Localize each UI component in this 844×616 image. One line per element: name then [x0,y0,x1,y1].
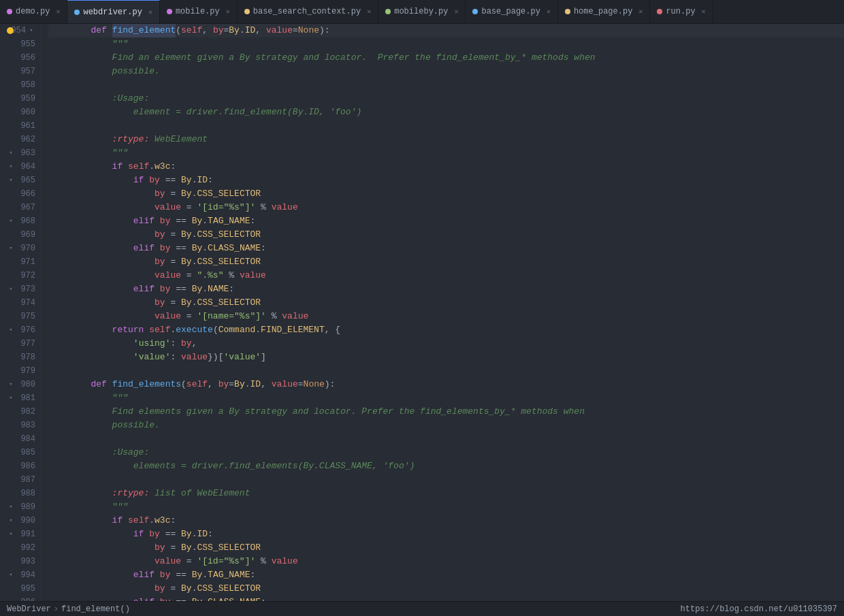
code-line-961 [48,119,844,133]
gutter-992: 992 [5,541,35,555]
gutter-967: 967 [5,201,35,214]
code-line-954: def find_element(self, by=By.ID, value=N… [48,24,844,37]
fold-994[interactable]: ▾ [7,571,15,579]
code-line-956: Find an element given a By strategy and … [48,51,844,65]
code-line-969: by = By.CSS_SELECTOR [48,228,844,242]
status-bar: WebDriver › find_element() https://blog.… [0,601,844,616]
breadcrumb-method[interactable]: find_element() [61,604,130,614]
tab-run-py[interactable]: run.py ✕ [650,0,713,23]
fold-970[interactable]: ▾ [7,244,15,253]
gutter-972: 972 [5,269,35,282]
code-line-976: return self.execute(Command.FIND_ELEMENT… [48,323,844,337]
line-number-gutter: 954 ▾ 955 956 957 958 959 960 961 962 ▾ … [0,24,42,601]
tab-icon-webdriver [74,10,80,15]
code-line-987 [48,473,844,487]
gutter-982: 982 [5,405,35,419]
fold-965[interactable]: ▾ [7,176,15,184]
status-url[interactable]: https://blog.csdn.net/u011035397 [681,604,837,614]
tab-label-base-search: base_search_context.py [253,7,361,16]
gutter-993: 993 [5,555,35,568]
gutter-988: 988 [5,487,35,500]
tab-mobileby[interactable]: mobileby.py ✕ [378,0,466,23]
code-line-965: if by == By.ID: [48,174,844,187]
fold-990[interactable]: ▾ [7,517,15,525]
gutter-968: ▾ 968 [5,214,35,228]
tab-base-search-context[interactable]: base_search_context.py ✕ [238,0,378,23]
gutter-966: 966 [5,187,35,201]
tab-icon-demo [7,9,12,14]
tab-close-mobile[interactable]: ✕ [226,7,230,16]
tab-webdriver-py[interactable]: webdriver.py ✕ [67,0,159,23]
gutter-974: 974 [5,296,35,310]
tab-close-home-page[interactable]: ✕ [638,7,643,16]
code-line-992: by = By.CSS_SELECTOR [48,541,844,555]
code-line-955: """ [48,37,844,51]
code-line-960: element = driver.find_element(By.ID, 'fo… [48,106,844,119]
code-line-963: """ [48,146,844,160]
fold-981[interactable]: ▾ [7,394,15,402]
tab-close-demo[interactable]: ✕ [56,7,60,16]
code-line-980: def find_elements(self, by=By.ID, value=… [48,378,844,391]
fold-963[interactable]: ▾ [7,149,15,157]
gutter-975: 975 [5,310,35,323]
gutter-962: 962 [5,133,35,146]
code-line-958 [48,78,844,92]
gutter-970: ▾ 970 [5,242,35,255]
fold-996[interactable]: ▾ [7,598,15,601]
tab-close-webdriver[interactable]: ✕ [148,8,152,16]
tab-close-run[interactable]: ✕ [702,7,706,16]
gutter-960: 960 [5,106,35,119]
tab-demo-py[interactable]: demo.py ✕ [0,0,67,23]
tab-close-base-search[interactable]: ✕ [367,7,371,16]
tab-label-webdriver: webdriver.py [83,7,142,17]
code-line-977: 'using': by, [48,337,844,351]
tab-icon-home-page [565,9,570,14]
code-line-973: elif by == By.NAME: [48,282,844,296]
code-line-962: :rtype: WebElement [48,133,844,146]
tab-bar: demo.py ✕ webdriver.py ✕ mobile.py ✕ bas… [0,0,844,24]
fold-991[interactable]: ▾ [7,530,15,538]
gutter-961: 961 [5,119,35,133]
fold-976[interactable]: ▾ [7,326,15,334]
gutter-995: 995 [5,582,35,596]
tab-mobile-py[interactable]: mobile.py ✕ [160,0,238,23]
code-line-990: if self.w3c: [48,514,844,528]
code-line-983: possible. [48,419,844,432]
breadcrumb-separator: › [54,604,59,614]
code-line-984 [48,432,844,446]
gutter-983: 983 [5,419,35,432]
tab-label-run: run.py [666,7,695,16]
code-line-989: """ [48,500,844,514]
gutter-984: 984 [5,432,35,446]
code-line-964: if self.w3c: [48,160,844,174]
tab-close-base-page[interactable]: ✕ [547,7,551,16]
gutter-980: ▾ 980 [5,378,35,391]
fold-973[interactable]: ▾ [7,285,15,293]
code-line-995: by = By.CSS_SELECTOR [48,582,844,596]
breadcrumb-webdriver[interactable]: WebDriver [7,604,51,614]
fold-954[interactable]: ▾ [27,27,35,35]
gutter-991: ▾ 991 [5,528,35,541]
fold-980[interactable]: ▾ [7,380,15,389]
tab-home-page[interactable]: home_page.py ✕ [558,0,650,23]
fold-964[interactable]: ▾ [7,163,15,171]
tab-label-base-page: base_page.py [481,7,540,16]
fold-968[interactable]: ▾ [7,217,15,225]
gutter-956: 956 [5,51,35,65]
tab-icon-base-page [472,9,478,14]
tab-label-mobile: mobile.py [176,7,220,16]
code-line-985: :Usage: [48,446,844,459]
gutter-976: ▾ 976 [5,323,35,337]
fold-989[interactable]: ▾ [7,503,15,511]
tab-icon-run [657,9,662,14]
gutter-978: 978 [5,351,35,364]
gutter-969: 969 [5,228,35,242]
tab-close-mobileby[interactable]: ✕ [454,7,458,16]
code-line-974: by = By.CSS_SELECTOR [48,296,844,310]
code-line-970: elif by == By.CLASS_NAME: [48,242,844,255]
gutter-985: 985 [5,446,35,459]
gutter-973: ▾ 973 [5,282,35,296]
tab-base-page[interactable]: base_page.py ✕ [466,0,557,23]
fn-find-element: find_element [112,24,176,37]
code-editor[interactable]: def find_element(self, by=By.ID, value=N… [42,24,844,601]
